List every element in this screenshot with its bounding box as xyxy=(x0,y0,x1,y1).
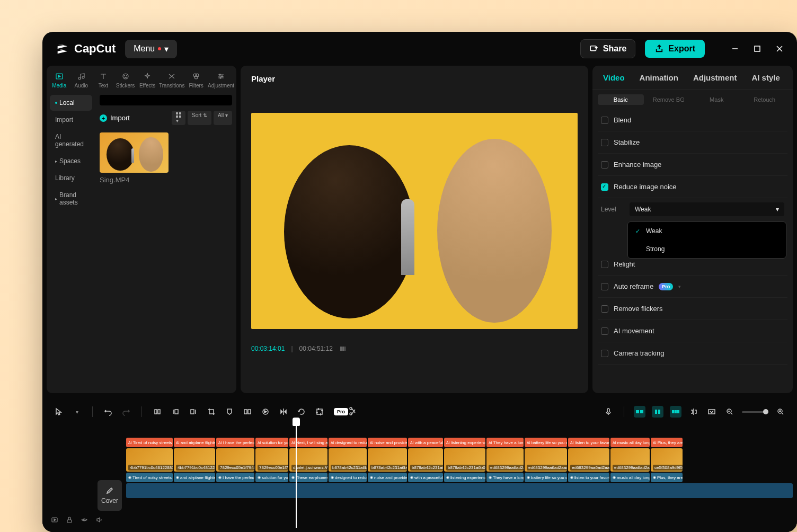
maximize-button[interactable] xyxy=(752,44,762,54)
video-clip[interactable]: b878ab42c231a6b0a8 xyxy=(368,448,407,472)
fit-button[interactable] xyxy=(706,406,718,418)
caption-clip[interactable]: ◉ solution for you xyxy=(255,473,288,482)
remove-flickers-checkbox[interactable] xyxy=(601,305,608,313)
audio-clip[interactable] xyxy=(126,483,793,498)
text-clip[interactable]: AI with a peaceful xyxy=(408,438,443,447)
split-tool[interactable] xyxy=(152,406,163,418)
text-clip[interactable]: AI battery life so you ca xyxy=(525,438,567,447)
tab-transitions[interactable]: Transitions xyxy=(159,70,185,91)
video-clip[interactable]: 4bb7791bc0c481228811f4 xyxy=(174,448,215,472)
video-clip[interactable]: ce5f308a9d9f51 xyxy=(651,448,683,472)
playhead[interactable] xyxy=(296,422,297,528)
sub-tab-mask[interactable]: Mask xyxy=(694,94,740,105)
video-clip[interactable]: b878ab42c231a6b0a8 xyxy=(408,448,443,472)
video-clip[interactable]: b878ab42c231a6b0a8 xyxy=(444,448,485,472)
caption-clip[interactable]: ◉ These earphones are xyxy=(289,473,327,482)
text-clip[interactable]: AI They have a long xyxy=(486,438,524,447)
caption-clip[interactable]: ◉ I have the perfec xyxy=(216,473,254,482)
video-clip[interactable]: 7829ecc05e1f79486 xyxy=(255,448,288,472)
text-clip[interactable]: AI Next, I will sing a so xyxy=(289,438,327,447)
zoom-out-button[interactable] xyxy=(724,406,736,418)
redo-button[interactable] xyxy=(120,406,132,418)
tab-ai-style[interactable]: AI style xyxy=(751,73,780,84)
cover-button[interactable]: Cover xyxy=(98,480,122,511)
menu-button[interactable]: Menu ▾ xyxy=(125,40,177,58)
sidebar-item-local[interactable]: Local xyxy=(50,95,92,111)
tab-audio[interactable]: Audio xyxy=(71,70,92,91)
frame-tool[interactable] xyxy=(242,406,253,418)
text-clip[interactable]: AI Plus, they are lig xyxy=(651,438,683,447)
sidebar-item-spaces[interactable]: ▸Spaces xyxy=(50,153,92,169)
enhance-checkbox[interactable] xyxy=(601,161,608,169)
filter-all-button[interactable]: All ▾ xyxy=(214,111,232,125)
mirror-tool[interactable] xyxy=(278,406,289,418)
export-button[interactable]: Export xyxy=(645,40,705,58)
tab-effects[interactable]: Effects xyxy=(137,70,158,91)
video-clip[interactable]: ed683299aa6ad2aad8b3 xyxy=(525,448,567,472)
undo-button[interactable] xyxy=(102,406,114,418)
video-clip[interactable]: 7829ecc05e1f79486 xyxy=(216,448,254,472)
zoom-in-button[interactable] xyxy=(775,406,786,418)
auto-reframe-checkbox[interactable] xyxy=(601,283,608,290)
tab-adjustment[interactable]: Adjustment xyxy=(208,70,234,91)
sidebar-item-ai-generated[interactable]: AI generated xyxy=(50,129,92,152)
text-clip[interactable]: AI listen to your favorit xyxy=(568,438,609,447)
select-tool[interactable] xyxy=(53,406,65,418)
reduce-noise-checkbox[interactable] xyxy=(601,183,608,191)
mic-button[interactable] xyxy=(603,406,614,418)
dropdown-option-weak[interactable]: ✓Weak xyxy=(628,222,786,240)
zoom-slider[interactable] xyxy=(742,411,768,413)
sub-tab-basic[interactable]: Basic xyxy=(598,94,644,105)
share-button[interactable]: Share xyxy=(580,39,635,58)
player-canvas[interactable] xyxy=(251,113,578,329)
view-grid-button[interactable]: ▾ xyxy=(172,111,185,125)
caption-clip[interactable]: ◉ listen to your favorit xyxy=(568,473,609,482)
level-select[interactable]: Weak▾ xyxy=(630,202,784,216)
text-clip[interactable]: AI listening experience xyxy=(444,438,485,447)
tab-animation[interactable]: Animation xyxy=(640,73,678,84)
caption-clip[interactable]: ◉ and airplane flights? xyxy=(174,473,215,482)
timeline-tracks[interactable]: AI Tired of noisy streetsAI and airplane… xyxy=(126,422,793,528)
caption-clip[interactable]: ◉ They have a long xyxy=(486,473,524,482)
caption-clip[interactable]: ◉ Tired of noisy streets xyxy=(126,473,173,482)
stabilize-checkbox[interactable] xyxy=(601,139,608,146)
video-clip[interactable]: daniel-j-schwarz-Wn xyxy=(289,448,327,472)
text-clip[interactable]: AI solution for you xyxy=(255,438,288,447)
snap-button-2[interactable] xyxy=(652,406,663,418)
sort-button[interactable]: Sort ⇅ xyxy=(188,111,211,125)
caption-clip[interactable]: ◉ listening experience xyxy=(444,473,485,482)
close-button[interactable] xyxy=(775,44,784,54)
snap-button-3[interactable] xyxy=(670,406,681,418)
caption-clip[interactable]: ◉ battery life so you ca xyxy=(525,473,567,482)
search-input[interactable] xyxy=(100,95,232,105)
crop-tool[interactable] xyxy=(206,406,217,418)
text-clip[interactable]: AI designed to reduc xyxy=(329,438,367,447)
sidebar-item-brand-assets[interactable]: ▸Brand assets xyxy=(50,187,92,210)
caption-clip[interactable]: ◉ with a peaceful xyxy=(408,473,443,482)
sub-tab-retouch[interactable]: Retouch xyxy=(742,94,788,105)
video-clip[interactable]: ed683299aa6ad2aad8b3 xyxy=(486,448,524,472)
speaker-icon[interactable] xyxy=(95,516,103,524)
caption-clip[interactable]: ◉ music all day long xyxy=(610,473,650,482)
text-clip[interactable]: AI noise and provide xyxy=(368,438,407,447)
tab-text[interactable]: Text xyxy=(93,70,114,91)
ai-movement-checkbox[interactable] xyxy=(601,327,608,335)
crop-tool-2[interactable] xyxy=(314,406,325,418)
sub-tab-remove-bg[interactable]: Remove BG xyxy=(646,94,692,105)
tab-filters[interactable]: Filters xyxy=(185,70,207,91)
smart-tool[interactable]: Pro xyxy=(332,406,359,418)
align-button[interactable] xyxy=(688,406,699,418)
import-button[interactable]: +Import xyxy=(100,114,130,122)
relight-checkbox[interactable] xyxy=(601,261,608,268)
trim-left-tool[interactable] xyxy=(170,406,181,418)
caption-clip[interactable]: ◉ Plus, they are lig xyxy=(651,473,683,482)
minimize-button[interactable] xyxy=(730,44,740,54)
caption-clip[interactable]: ◉ designed to reduce xyxy=(329,473,367,482)
reverse-tool[interactable] xyxy=(260,406,271,418)
select-tool-options[interactable]: ▾ xyxy=(71,406,83,418)
rotate-tool[interactable] xyxy=(296,406,307,418)
eye-icon[interactable] xyxy=(81,516,88,524)
sidebar-item-import[interactable]: Import xyxy=(50,112,92,128)
blend-checkbox[interactable] xyxy=(601,117,608,124)
camera-tracking-checkbox[interactable] xyxy=(601,350,608,357)
